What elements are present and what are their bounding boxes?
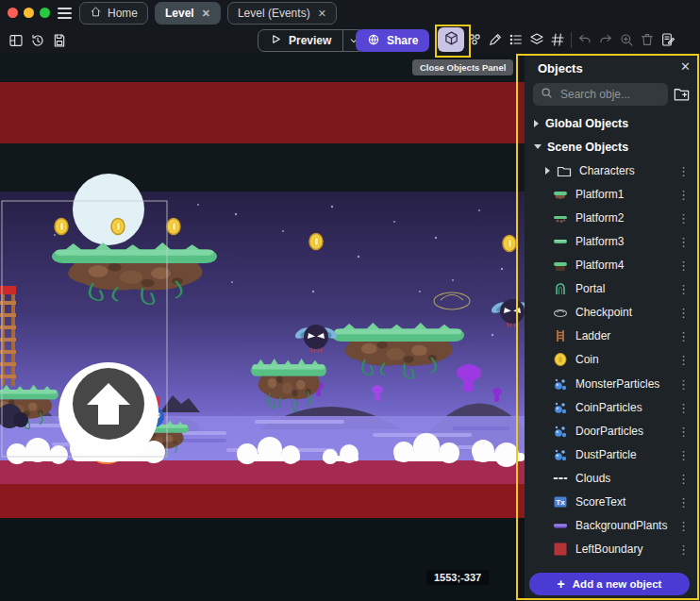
tab-level-events[interactable]: Level (Events)✕ xyxy=(227,2,337,25)
platform-dotted-icon xyxy=(553,210,568,225)
scene-editor-canvas[interactable]: 1553;-337 xyxy=(0,54,525,601)
object-item-coinparticles[interactable]: CoinParticles⋮ xyxy=(525,395,700,419)
object-item-portal[interactable]: Portal⋮ xyxy=(525,277,700,301)
item-menu-icon[interactable]: ⋮ xyxy=(677,543,690,556)
item-menu-icon[interactable]: ⋮ xyxy=(677,188,690,200)
grid-icon[interactable] xyxy=(547,28,568,51)
object-item-platform3[interactable]: Platform3⋮ xyxy=(525,229,700,253)
tab-level[interactable]: Level✕ xyxy=(155,2,221,25)
object-item-scoretext[interactable]: TxScoreText⋮ xyxy=(525,491,700,514)
ladder-icon xyxy=(553,328,568,343)
item-menu-icon[interactable]: ⋮ xyxy=(677,377,690,390)
panels-layout-icon[interactable] xyxy=(6,29,26,52)
object-item-platform4[interactable]: Platform4⋮ xyxy=(525,254,700,277)
close-icon[interactable]: ✕ xyxy=(680,59,691,74)
svg-text:Tx: Tx xyxy=(556,498,565,507)
object-item-backgroundplants[interactable]: BackgroundPlants⋮ xyxy=(525,514,700,538)
checkpoint-icon xyxy=(553,305,568,320)
section-label: Scene Objects xyxy=(547,141,628,154)
layers-icon[interactable] xyxy=(526,28,547,51)
main-menu-icon[interactable] xyxy=(58,8,72,19)
object-item-ladder[interactable]: Ladder⋮ xyxy=(525,325,700,348)
objects-panel-toggle-button[interactable] xyxy=(438,27,464,52)
tab-bar: HomeLevel✕Level (Events)✕ xyxy=(79,2,337,25)
share-button[interactable]: Share xyxy=(356,29,429,52)
save-icon[interactable] xyxy=(49,29,70,52)
play-icon xyxy=(270,33,282,48)
object-label: CoinParticles xyxy=(575,401,642,414)
platform-grass-icon xyxy=(553,187,568,202)
window-zoom-button[interactable] xyxy=(40,8,50,18)
object-label: Platform3 xyxy=(575,235,624,248)
preview-split-button: Preview xyxy=(258,29,364,52)
instances-list-icon[interactable] xyxy=(506,28,526,51)
object-item-characters[interactable]: Characters⋮ xyxy=(525,159,700,182)
chevron-down-icon[interactable] xyxy=(534,144,542,149)
item-menu-icon[interactable]: ⋮ xyxy=(677,307,690,319)
text-icon: Tx xyxy=(553,494,568,509)
chevron-right-icon[interactable] xyxy=(534,120,539,127)
search-input[interactable] xyxy=(558,87,660,102)
object-item-checkpoint[interactable]: Checkpoint⋮ xyxy=(525,301,700,325)
item-menu-icon[interactable]: ⋮ xyxy=(677,283,690,295)
object-item-monsterparticles[interactable]: MonsterParticles⋮ xyxy=(525,372,700,395)
window-close-button[interactable] xyxy=(8,8,18,18)
object-label: DoorParticles xyxy=(575,425,643,438)
scene-properties-icon[interactable] xyxy=(658,28,678,51)
object-item-dustparticle[interactable]: DustParticle⋮ xyxy=(525,442,700,466)
cube-icon xyxy=(443,30,459,50)
tree-section-scene-objects[interactable]: Scene Objects xyxy=(525,135,700,159)
window-minimize-button[interactable] xyxy=(24,8,34,18)
redo-icon xyxy=(595,28,616,51)
object-label: Characters xyxy=(579,164,635,177)
platform-flat-icon xyxy=(553,234,568,249)
tab-home[interactable]: Home xyxy=(79,2,148,25)
item-menu-icon[interactable]: ⋮ xyxy=(677,448,690,460)
preview-button[interactable]: Preview xyxy=(258,30,342,51)
object-item-leftboundary[interactable]: LeftBoundary⋮ xyxy=(525,538,700,561)
item-menu-icon[interactable]: ⋮ xyxy=(677,236,690,248)
edit-icon[interactable] xyxy=(485,28,506,51)
item-menu-icon[interactable]: ⋮ xyxy=(677,354,690,366)
history-icon[interactable] xyxy=(27,29,48,52)
tab-label: Home xyxy=(108,7,138,20)
cursor-coordinates-badge: 1553;-337 xyxy=(426,570,489,585)
object-item-platform2[interactable]: Platform2⋮ xyxy=(525,206,700,229)
item-menu-icon[interactable]: ⋮ xyxy=(677,425,690,437)
globe-icon xyxy=(367,33,380,49)
share-label: Share xyxy=(387,34,418,47)
item-menu-icon[interactable]: ⋮ xyxy=(677,472,690,484)
object-search-box[interactable] xyxy=(533,83,668,106)
item-menu-icon[interactable]: ⋮ xyxy=(677,520,690,532)
object-item-doorparticles[interactable]: DoorParticles⋮ xyxy=(525,419,700,442)
jump-button-instance[interactable] xyxy=(58,362,158,462)
add-folder-icon[interactable] xyxy=(673,85,691,107)
dashes-icon xyxy=(553,471,568,486)
item-menu-icon[interactable]: ⋮ xyxy=(677,164,690,176)
objects-panel: Objects ✕ Global ObjectsScene ObjectsCha… xyxy=(525,54,700,601)
crimson-band xyxy=(0,460,525,484)
item-menu-icon[interactable]: ⋮ xyxy=(677,330,690,342)
top-boundary-band xyxy=(0,82,525,143)
item-menu-icon[interactable]: ⋮ xyxy=(677,401,690,413)
moon-instance[interactable] xyxy=(73,174,144,245)
particles-icon xyxy=(553,447,568,462)
chevron-right-icon[interactable] xyxy=(545,167,550,175)
object-item-clouds[interactable]: Clouds⋮ xyxy=(525,466,700,490)
object-label: Clouds xyxy=(575,472,610,485)
plus-icon: + xyxy=(558,576,565,592)
tab-close-icon[interactable]: ✕ xyxy=(202,8,210,20)
particles-icon xyxy=(553,424,568,439)
object-label: LeftBoundary xyxy=(575,543,642,556)
portal-icon xyxy=(553,281,568,296)
object-item-coin[interactable]: Coin⋮ xyxy=(525,348,700,372)
item-menu-icon[interactable]: ⋮ xyxy=(677,211,690,224)
tree-section-global-objects[interactable]: Global Objects xyxy=(525,111,700,135)
folder-icon xyxy=(557,163,572,178)
item-menu-icon[interactable]: ⋮ xyxy=(677,259,690,272)
object-groups-icon[interactable] xyxy=(464,28,485,51)
tab-close-icon[interactable]: ✕ xyxy=(318,8,326,20)
object-item-platform1[interactable]: Platform1⋮ xyxy=(525,182,700,206)
item-menu-icon[interactable]: ⋮ xyxy=(677,496,690,509)
add-new-object-button[interactable]: + Add a new object xyxy=(529,573,690,595)
